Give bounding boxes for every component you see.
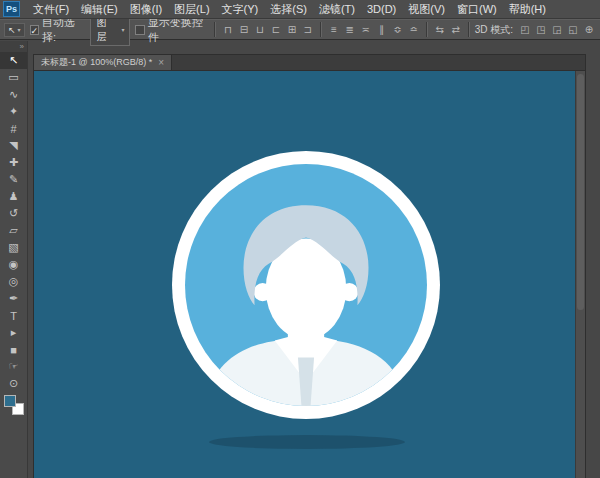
menu-bar-items: 文件(F)编辑(E)图像(I)图层(L)文字(Y)选择(S)滤镜(T)3D(D)… [27, 0, 552, 18]
distribute-spacing-icon[interactable]: ⇆ [433, 22, 447, 38]
menu-3d[interactable]: 3D(D) [361, 0, 402, 18]
crop-tool[interactable]: # [0, 120, 27, 137]
align-top-icon[interactable]: ⊓ [221, 22, 235, 38]
gradient-tool[interactable]: ▧ [0, 239, 27, 256]
canvas[interactable] [34, 71, 576, 478]
avatar-shadow [209, 435, 405, 449]
align-buttons: ⊓⊟⊔⊏⊞⊐ [221, 22, 315, 38]
auto-select-target-value: 图层 [96, 16, 114, 44]
align-bottom-icon[interactable]: ⊔ [253, 22, 267, 38]
document-tab-bar: 未标题-1 @ 100%(RGB/8) * × [34, 55, 585, 71]
scrollbar-thumb[interactable] [577, 74, 584, 310]
align-right-icon[interactable]: ⊐ [301, 22, 315, 38]
auto-select-checkbox[interactable]: ✓ 自动选择: [30, 15, 86, 45]
document-tab-title: 未标题-1 @ 100%(RGB/8) * [41, 56, 152, 69]
mode-3d-label: 3D 模式: [475, 23, 513, 37]
mode-3d-buttons: ◰◳◲◱⊕ [518, 22, 596, 38]
brush-tool[interactable]: ✎ [0, 171, 27, 188]
document-tab[interactable]: 未标题-1 @ 100%(RGB/8) * × [34, 55, 172, 70]
show-transform-controls-checkbox[interactable]: 显示变换控件 [135, 15, 209, 45]
color-swatches [4, 395, 24, 415]
menu-layer[interactable]: 图层(L) [168, 0, 215, 18]
path-selection-tool[interactable]: ▸ [0, 324, 27, 341]
options-bar: ↖ ▾ ✓ 自动选择: 图层 ▾ 显示变换控件 ⊓⊟⊔⊏⊞⊐ ≡≣≍∥≎≏ ⇆⇄… [0, 19, 600, 40]
divider [468, 22, 470, 37]
auto-align-layers-icon[interactable]: ⇄ [449, 22, 463, 38]
chevron-down-icon: ▾ [121, 26, 124, 33]
shape-tool[interactable]: ■ [0, 341, 27, 358]
dodge-tool[interactable]: ◎ [0, 273, 27, 290]
type-tool[interactable]: T [0, 307, 27, 324]
menu-type[interactable]: 文字(Y) [216, 0, 265, 18]
document-window: 未标题-1 @ 100%(RGB/8) * × [33, 54, 586, 478]
blur-tool[interactable]: ◉ [0, 256, 27, 273]
tools-panel: » ↖▭∿✦#◥✚✎♟↺▱▧◉◎✒T▸■☞⊙ [0, 41, 28, 478]
distribute-horizontal-center-icon[interactable]: ≎ [391, 22, 405, 38]
3d-slide-icon[interactable]: ◱ [566, 22, 580, 38]
vertical-scrollbar[interactable] [575, 71, 585, 478]
menu-edit[interactable]: 编辑(E) [75, 0, 124, 18]
healing-brush-tool[interactable]: ✚ [0, 154, 27, 171]
divider [426, 22, 428, 37]
toolbar-collapse-button[interactable]: » [0, 41, 27, 52]
photoshop-window: Ps 文件(F)编辑(E)图像(I)图层(L)文字(Y)选择(S)滤镜(T)3D… [0, 0, 600, 478]
eyedropper-tool[interactable]: ◥ [0, 137, 27, 154]
tool-preset-picker[interactable]: ↖ ▾ [4, 23, 25, 37]
3d-roll-icon[interactable]: ◳ [534, 22, 548, 38]
menu-file[interactable]: 文件(F) [27, 0, 75, 18]
distribute-left-icon[interactable]: ∥ [375, 22, 389, 38]
hand-tool[interactable]: ☞ [0, 358, 27, 375]
3d-drag-icon[interactable]: ◲ [550, 22, 564, 38]
zoom-tool[interactable]: ⊙ [0, 375, 27, 392]
align-vertical-center-icon[interactable]: ⊟ [237, 22, 251, 38]
checkbox-checked-icon: ✓ [30, 25, 40, 35]
checkbox-unchecked-icon [135, 25, 144, 35]
foreground-color-swatch[interactable] [4, 395, 16, 407]
avatar-ring [172, 151, 440, 419]
3d-scale-icon[interactable]: ⊕ [582, 22, 596, 38]
distribute-vertical-center-icon[interactable]: ≣ [343, 22, 357, 38]
align-left-icon[interactable]: ⊏ [269, 22, 283, 38]
move-tool[interactable]: ↖ [0, 52, 27, 69]
move-tool-preset-icon: ↖ [8, 25, 16, 35]
menu-view[interactable]: 视图(V) [402, 0, 451, 18]
menu-bar: Ps 文件(F)编辑(E)图像(I)图层(L)文字(Y)选择(S)滤镜(T)3D… [0, 0, 600, 19]
align-horizontal-center-icon[interactable]: ⊞ [285, 22, 299, 38]
distribute-right-icon[interactable]: ≏ [407, 22, 421, 38]
menu-image[interactable]: 图像(I) [124, 0, 168, 18]
menu-window[interactable]: 窗口(W) [451, 0, 503, 18]
avatar-ear-left [254, 283, 272, 301]
menu-select[interactable]: 选择(S) [264, 0, 313, 18]
toolbar-tools: ↖▭∿✦#◥✚✎♟↺▱▧◉◎✒T▸■☞⊙ [0, 52, 27, 392]
clone-stamp-tool[interactable]: ♟ [0, 188, 27, 205]
distribute-top-icon[interactable]: ≡ [327, 22, 341, 38]
distribute-buttons: ≡≣≍∥≎≏ [327, 22, 421, 38]
menu-help[interactable]: 帮助(H) [503, 0, 552, 18]
lasso-tool[interactable]: ∿ [0, 86, 27, 103]
auto-select-label: 自动选择: [42, 15, 85, 45]
distribute-bottom-icon[interactable]: ≍ [359, 22, 373, 38]
pen-tool[interactable]: ✒ [0, 290, 27, 307]
eraser-tool[interactable]: ▱ [0, 222, 27, 239]
avatar-ear-right [340, 283, 358, 301]
photoshop-logo-icon: Ps [3, 1, 20, 17]
3d-rotate-icon[interactable]: ◰ [518, 22, 532, 38]
tab-close-icon[interactable]: × [158, 58, 164, 68]
quick-selection-tool[interactable]: ✦ [0, 103, 27, 120]
history-brush-tool[interactable]: ↺ [0, 205, 27, 222]
show-transform-controls-label: 显示变换控件 [148, 15, 209, 45]
avatar-person-graphic [185, 164, 427, 406]
chevron-down-icon: ▾ [18, 26, 21, 33]
spacing-buttons: ⇆⇄ [433, 22, 463, 38]
workspace: 未标题-1 @ 100%(RGB/8) * × [28, 41, 600, 478]
divider [214, 22, 216, 37]
menu-filter[interactable]: 滤镜(T) [313, 0, 361, 18]
divider [320, 22, 322, 37]
marquee-tool[interactable]: ▭ [0, 69, 27, 86]
